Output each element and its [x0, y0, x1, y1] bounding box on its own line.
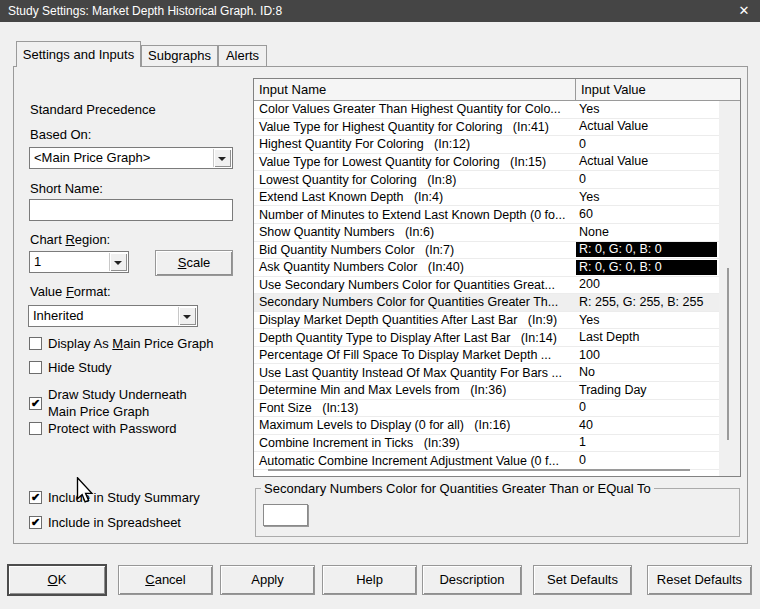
input-value-cell: Yes — [576, 102, 717, 117]
checkbox-box — [29, 361, 42, 374]
help-button[interactable]: Help — [322, 565, 417, 595]
table-row[interactable]: Value Type for Lowest Quantity for Color… — [254, 154, 719, 172]
input-value-cell: 0 — [576, 137, 717, 152]
table-row[interactable]: Highest Quantity For Coloring (In:12) 0 — [254, 136, 719, 154]
inputs-table-header: Input Name Input Value — [254, 79, 740, 101]
checkbox-include-in-study-summary[interactable]: Include in Study Summary — [29, 491, 200, 505]
inputs-table: Input Name Input Value Color Values Grea… — [253, 78, 741, 477]
secondary-color-swatch-button[interactable] — [263, 504, 308, 526]
table-row[interactable]: Percentage Of Fill Space To Display Mark… — [254, 347, 719, 365]
input-name-cell: Automatic Combine Increment Adjustment V… — [254, 454, 576, 468]
checkbox-box — [29, 422, 42, 435]
table-row[interactable]: Number of Minutes to Extend Last Known D… — [254, 206, 719, 224]
table-row[interactable]: Automatic Combine Increment Adjustment V… — [254, 452, 719, 470]
table-row[interactable]: Show Quantity Numbers (In:6) None — [254, 224, 719, 242]
description-button[interactable]: Description — [422, 565, 522, 595]
checkbox-label: Include in Spreadsheet — [48, 516, 181, 530]
input-value-cell: Actual Value — [576, 154, 717, 169]
checkbox-hide-study[interactable]: Hide Study — [29, 361, 112, 375]
apply-button[interactable]: Apply — [220, 565, 315, 595]
input-name-cell: Secondary Numbers Color for Quantities G… — [254, 295, 576, 309]
cancel-button[interactable]: Cancel — [118, 565, 213, 595]
input-name-cell: Value Type for Highest Quantity for Colo… — [254, 120, 576, 134]
input-name-cell: Ask Quantity Numbers Color (In:40) — [254, 260, 576, 274]
close-button[interactable]: ✕ — [732, 0, 756, 22]
groupbox-label: Secondary Numbers Color for Quantities G… — [261, 481, 654, 496]
table-row[interactable]: Color Values Greater Than Highest Quanti… — [254, 101, 719, 119]
tab-settings-and-inputs[interactable]: Settings and Inputs — [16, 41, 141, 67]
standard-precedence-label: Standard Precedence — [30, 102, 156, 117]
input-name-cell: Display Market Depth Quantities After La… — [254, 313, 576, 327]
secondary-numbers-color-groupbox: Secondary Numbers Color for Quantities G… — [255, 488, 740, 537]
input-name-cell: Show Quantity Numbers (In:6) — [254, 225, 576, 239]
input-name-cell: Maximum Levels to Display (0 for all) (I… — [254, 418, 576, 432]
table-row[interactable]: Use Last Quantity Instead Of Max Quantit… — [254, 364, 719, 382]
input-value-cell: None — [576, 225, 717, 240]
input-value-cell: Trading Day — [576, 383, 717, 398]
chart-region-dropdown-button — [109, 253, 127, 271]
input-value-cell: Last Depth — [576, 330, 717, 345]
chart-region-select[interactable]: 1 — [29, 251, 129, 273]
column-header-input-value[interactable]: Input Value — [576, 79, 740, 100]
reset-defaults-button[interactable]: Reset Defaults — [647, 565, 752, 595]
dropdown-arrow-icon — [114, 261, 122, 265]
input-value-cell: R: 0, G: 0, B: 0 — [576, 260, 717, 275]
scale-button[interactable]: Scale — [155, 250, 233, 276]
table-row[interactable]: Use Secondary Numbers Color for Quantiti… — [254, 277, 719, 295]
input-value-cell: 1 — [576, 435, 717, 450]
table-row[interactable]: Lowest Quantity for Coloring (In:8) 0 — [254, 171, 719, 189]
input-name-cell: Bid Quantity Numbers Color (In:7) — [254, 243, 576, 257]
based-on-label: Based On: — [30, 127, 91, 142]
checkbox-label: Draw Study Underneath Main Price Graph — [48, 386, 187, 420]
checkbox-box — [29, 516, 42, 529]
table-row[interactable]: Determine Min and Max Levels from (In:36… — [254, 382, 719, 400]
input-value-cell: 0 — [576, 400, 717, 415]
input-value-cell: R: 0, G: 0, B: 0 — [576, 242, 717, 257]
input-name-cell: Percentage Of Fill Space To Display Mark… — [254, 348, 576, 362]
table-row[interactable]: Value Type for Highest Quantity for Colo… — [254, 119, 719, 137]
checkbox-display-as-main-price-graph[interactable]: Display As Main Price Graph — [29, 337, 213, 351]
input-name-cell: Value Type for Lowest Quantity for Color… — [254, 155, 576, 169]
inputs-table-body: Color Values Greater Than Highest Quanti… — [254, 101, 719, 476]
input-name-cell: Combine Increment in Ticks (In:39) — [254, 436, 576, 450]
input-value-cell: 40 — [576, 418, 717, 433]
based-on-select[interactable]: <Main Price Graph> — [29, 147, 233, 169]
value-format-select[interactable]: Inherited — [28, 305, 198, 327]
input-value-cell: Yes — [576, 190, 717, 205]
table-row[interactable]: Combine Increment in Ticks (In:39) 1 — [254, 435, 719, 453]
input-value-cell: 60 — [576, 207, 717, 222]
input-name-cell: Lowest Quantity for Coloring (In:8) — [254, 173, 576, 187]
table-row[interactable]: Depth Quantity Type to Display After Las… — [254, 329, 719, 347]
tab-subgraphs[interactable]: Subgraphs — [141, 45, 218, 66]
table-row[interactable]: Ask Quantity Numbers Color (In:40) R: 0,… — [254, 259, 719, 277]
input-name-cell: Determine Min and Max Levels from (In:36… — [254, 383, 576, 397]
input-value-cell: 100 — [576, 348, 717, 363]
value-format-dropdown-button — [178, 307, 196, 325]
table-row[interactable]: Secondary Numbers Color for Quantities G… — [254, 294, 719, 312]
checkbox-box — [29, 491, 42, 504]
short-name-input[interactable] — [29, 199, 233, 221]
checkbox-draw-study-underneath[interactable]: Draw Study Underneath Main Price Graph — [29, 386, 187, 420]
input-name-cell: Use Last Quantity Instead Of Max Quantit… — [254, 366, 576, 380]
table-row[interactable]: Maximum Levels to Display (0 for all) (I… — [254, 417, 719, 435]
based-on-value: <Main Price Graph> — [34, 148, 212, 168]
dropdown-arrow-icon — [183, 315, 191, 319]
dropdown-arrow-icon — [218, 157, 226, 161]
checkbox-protect-with-password[interactable]: Protect with Password — [29, 422, 177, 436]
vertical-scrollbar-thumb[interactable] — [727, 268, 729, 440]
table-row[interactable]: Display Market Depth Quantities After La… — [254, 312, 719, 330]
input-name-cell: Use Secondary Numbers Color for Quantiti… — [254, 278, 576, 292]
set-defaults-button[interactable]: Set Defaults — [533, 565, 632, 595]
table-row[interactable]: Extend Last Known Depth (In:4) Yes — [254, 189, 719, 207]
tab-alerts[interactable]: Alerts — [218, 45, 267, 66]
window-title: Study Settings: Market Depth Historical … — [8, 0, 282, 22]
input-value-cell: Yes — [576, 313, 717, 328]
checkbox-include-in-spreadsheet[interactable]: Include in Spreadsheet — [29, 516, 181, 530]
ok-button[interactable]: OK — [8, 565, 106, 595]
table-row[interactable]: Bid Quantity Numbers Color (In:7) R: 0, … — [254, 242, 719, 260]
input-name-cell: Font Size (In:13) — [254, 401, 576, 415]
column-header-input-name[interactable]: Input Name — [254, 79, 576, 100]
checkbox-label: Display As Main Price Graph — [48, 337, 213, 351]
horizontal-scrollbar-thumb[interactable] — [268, 469, 690, 471]
table-row[interactable]: Font Size (In:13) 0 — [254, 400, 719, 418]
